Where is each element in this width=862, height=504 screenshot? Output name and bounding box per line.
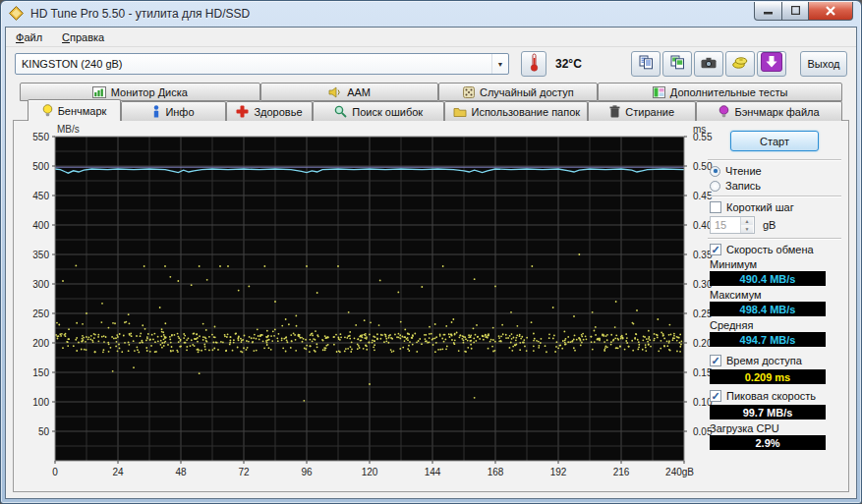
burst-rate-label: Пиковая скорость xyxy=(726,390,816,402)
tab-label: Использование папок xyxy=(472,106,581,118)
burst-rate-value: 99.7 MB/s xyxy=(710,405,826,420)
short-stride-checkbox[interactable] xyxy=(710,201,721,213)
short-stride-row[interactable]: Короткий шаг xyxy=(710,201,843,213)
health-cross-icon xyxy=(236,105,249,118)
speaker-icon xyxy=(328,86,342,98)
write-radio-label: Запись xyxy=(725,180,761,192)
short-stride-label: Короткий шаг xyxy=(726,201,794,213)
svg-text:144: 144 xyxy=(425,467,441,477)
transfer-rate-row[interactable]: ✓ Скорость обмена xyxy=(710,244,843,255)
tab-label: Бенчмарк xyxy=(58,105,107,117)
download-button[interactable] xyxy=(757,51,786,77)
bulb-yellow-icon xyxy=(42,104,53,117)
maximize-button[interactable] xyxy=(782,2,809,21)
average-value: 494.7 MB/s xyxy=(710,332,826,347)
copy-text-icon xyxy=(639,55,654,74)
access-time-row[interactable]: ✓ Время доступа xyxy=(710,355,843,366)
svg-text:216: 216 xyxy=(613,467,630,477)
separator xyxy=(708,238,841,240)
stepper-up-icon[interactable]: ▲ xyxy=(741,217,753,225)
svg-text:450: 450 xyxy=(32,191,49,201)
svg-text:400: 400 xyxy=(32,220,49,231)
tab-folder-usage[interactable]: Использование папок xyxy=(444,101,588,121)
minimum-value: 490.4 MB/s xyxy=(710,271,826,286)
tab-label: Поиск ошибок xyxy=(352,106,423,118)
svg-text:24: 24 xyxy=(112,467,124,477)
stride-size-unit: gB xyxy=(763,219,776,231)
access-time-checkbox[interactable]: ✓ xyxy=(710,355,721,366)
read-radio-row[interactable]: Чтение xyxy=(710,165,843,177)
write-radio[interactable] xyxy=(710,181,720,192)
transfer-rate-checkbox[interactable]: ✓ xyxy=(710,244,721,255)
svg-text:240gB: 240gB xyxy=(665,467,694,477)
exit-button[interactable]: Выход xyxy=(800,51,847,77)
chevron-down-icon[interactable]: ▼ xyxy=(491,54,508,74)
tab-label: Стирание xyxy=(625,106,674,118)
drive-select[interactable]: KINGSTON (240 gB) ▼ xyxy=(15,53,509,75)
save-button[interactable] xyxy=(725,51,755,77)
tab-row-secondary: Монитор Диска AAM Случайный доступ Допол… xyxy=(20,83,842,101)
screenshot-button[interactable] xyxy=(694,51,723,77)
svg-text:MB/s: MB/s xyxy=(57,124,80,135)
svg-text:50: 50 xyxy=(38,426,50,437)
cpu-usage-value: 2.9% xyxy=(710,435,826,450)
burst-rate-checkbox[interactable]: ✓ xyxy=(710,390,721,402)
access-time-label: Время доступа xyxy=(726,355,802,366)
svg-text:96: 96 xyxy=(301,467,313,477)
read-radio[interactable] xyxy=(710,166,720,177)
tab-label: AAM xyxy=(347,86,371,98)
tab-label: Монитор Диска xyxy=(111,86,188,98)
tab-info[interactable]: Инфо xyxy=(121,101,226,121)
stride-size-stepper[interactable]: ▲ ▼ xyxy=(710,216,755,234)
benchmark-page: 501001502002503003504004505005500.050.10… xyxy=(13,120,849,492)
tab-benchmark[interactable]: Бенчмарк xyxy=(28,99,121,121)
svg-text:ms: ms xyxy=(693,124,706,135)
tab-label: Инфо xyxy=(165,106,194,118)
tab-file-benchmark[interactable]: Бэнчмарк файла xyxy=(696,101,842,121)
tab-label: Здоровье xyxy=(254,106,302,118)
burst-rate-row[interactable]: ✓ Пиковая скорость xyxy=(710,390,843,402)
tab-extra-tests[interactable]: Дополнительные тесты xyxy=(598,83,842,101)
tab-error-scan[interactable]: Поиск ошибок xyxy=(313,101,444,121)
tab-erase[interactable]: Стирание xyxy=(588,101,696,121)
tab-random-access[interactable]: Случайный доступ xyxy=(438,83,598,101)
maximum-value: 498.4 MB/s xyxy=(710,302,826,316)
minimize-button[interactable] xyxy=(754,2,782,21)
svg-text:300: 300 xyxy=(32,279,49,290)
close-button[interactable] xyxy=(809,2,853,21)
menu-file[interactable]: Файл xyxy=(16,31,42,43)
maximum-label: Максимум xyxy=(710,289,843,301)
svg-text:168: 168 xyxy=(488,467,504,477)
svg-text:0: 0 xyxy=(52,467,58,477)
transfer-rate-label: Скорость обмена xyxy=(726,244,814,255)
start-button[interactable]: Старт xyxy=(730,131,819,151)
svg-text:72: 72 xyxy=(238,467,250,477)
read-radio-label: Чтение xyxy=(725,165,762,177)
tab-health[interactable]: Здоровье xyxy=(226,101,313,121)
client-area: Файл Справка KINGSTON (240 gB) ▼ 32°C xyxy=(5,27,857,499)
toolbar: KINGSTON (240 gB) ▼ 32°C xyxy=(6,47,856,81)
tab-aam[interactable]: AAM xyxy=(260,83,439,101)
write-radio-row[interactable]: Запись xyxy=(710,180,843,192)
info-icon xyxy=(152,105,160,118)
minimum-label: Минимум xyxy=(710,258,843,270)
camera-icon xyxy=(701,55,717,73)
temperature-value: 32°C xyxy=(555,57,582,71)
tab-label: Бэнчмарк файла xyxy=(734,106,819,118)
copy-text-button[interactable] xyxy=(631,51,661,77)
disks-icon xyxy=(732,55,748,73)
window-title: HD Tune Pro 5.50 - утилита для HD/SSD xyxy=(30,7,250,21)
temperature-button[interactable] xyxy=(521,51,546,77)
benchmark-panel: Старт Чтение Запись Короткий шаг xyxy=(706,127,843,452)
drive-select-value: KINGSTON (240 gB) xyxy=(22,58,123,70)
stepper-down-icon[interactable]: ▼ xyxy=(741,225,753,233)
benchmark-chart: 501001502002503003504004505005500.050.10… xyxy=(18,123,719,482)
copy-image-icon xyxy=(670,55,685,74)
tab-label: Случайный доступ xyxy=(480,86,574,98)
copy-image-button[interactable] xyxy=(662,51,692,77)
app-window: HD Tune Pro 5.50 - утилита для HD/SSD Фа… xyxy=(0,0,862,504)
app-icon xyxy=(9,6,25,22)
stride-size-input[interactable] xyxy=(711,217,740,233)
menu-help[interactable]: Справка xyxy=(62,31,104,43)
download-icon xyxy=(761,52,782,76)
